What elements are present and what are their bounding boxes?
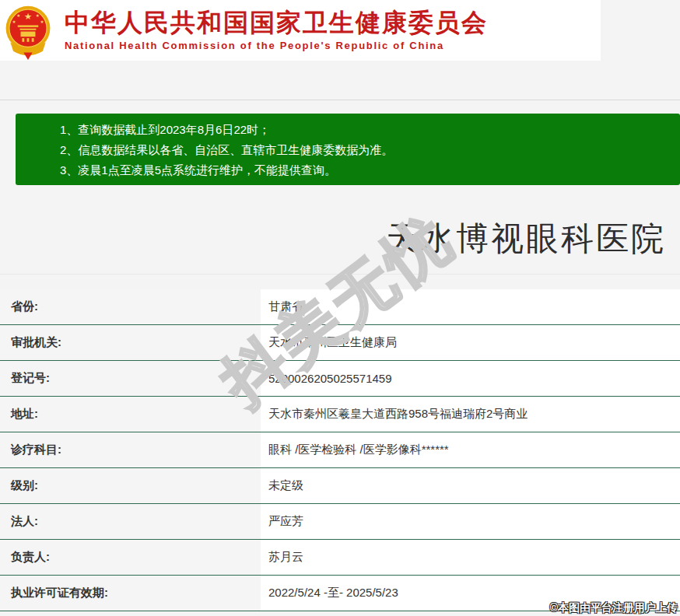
row-value: 苏月云 [261, 540, 680, 575]
site-title-english: National Health Commission of the People… [65, 40, 488, 51]
svg-text:★: ★ [24, 11, 32, 20]
row-label: 诊疗科目: [0, 432, 261, 467]
table-row-approval-authority: 审批机关: 天水市秦州区卫生健康局 [0, 325, 680, 361]
notice-banner: 1、查询数据截止到2023年8月6日22时； 2、信息数据结果以各省、自治区、直… [16, 114, 680, 185]
svg-text:★: ★ [36, 13, 40, 18]
row-value: 天水市秦州区羲皇大道西路958号福迪瑞府2号商业 [261, 397, 680, 432]
site-titles: 中华人民共和国国家卫生健康委员会 National Health Commiss… [65, 9, 488, 51]
row-value: 5200026205025571459 [261, 361, 680, 396]
hospital-name: 天水博视眼科医院 [386, 219, 666, 258]
row-value: 严应芳 [261, 504, 680, 539]
notice-line-1: 1、查询数据截止到2023年8月6日22时； [60, 120, 672, 140]
table-row-province: 省份: 甘肃省 [0, 289, 680, 325]
svg-text:★: ★ [12, 19, 16, 23]
table-row-person-in-charge: 负责人: 苏月云 [0, 540, 680, 576]
row-value: 未定级 [261, 468, 680, 503]
notice-line-3: 3、凌晨1点至凌晨5点系统进行维护，不能提供查询。 [60, 160, 672, 180]
table-row-level: 级别: 未定级 [0, 468, 680, 504]
row-label: 负责人: [0, 540, 261, 575]
table-row-registration-number: 登记号: 5200026205025571459 [0, 361, 680, 397]
table-row-departments: 诊疗科目: 眼科 /医学检验科 /医学影像科****** [0, 432, 680, 468]
row-label: 省份: [0, 289, 261, 324]
row-label: 法人: [0, 504, 261, 539]
row-value: 眼科 /医学检验科 /医学影像科****** [261, 432, 680, 467]
row-value: 天水市秦州区卫生健康局 [261, 325, 680, 360]
upload-attribution-watermark: ©本图由平台注册用户上传 [550, 601, 678, 615]
svg-text:★: ★ [16, 13, 20, 18]
row-label: 执业许可证有效期: [0, 576, 261, 611]
table-top-divider [0, 274, 680, 275]
header-divider [0, 100, 680, 100]
table-row-legal-person: 法人: 严应芳 [0, 504, 680, 540]
china-national-emblem-icon: ★ ★ ★ ★ ★ [4, 2, 52, 60]
row-label: 审批机关: [0, 325, 261, 360]
row-label: 级别: [0, 468, 261, 503]
site-title-chinese: 中华人民共和国国家卫生健康委员会 [65, 9, 488, 37]
notice-line-2: 2、信息数据结果以各省、自治区、直辖市卫生健康委数据为准。 [60, 140, 672, 160]
row-label: 地址: [0, 397, 261, 432]
row-value: 甘肃省 [261, 289, 680, 324]
site-header: ★ ★ ★ ★ ★ 中华人民共和国国家卫生健康委员会 National Heal… [0, 0, 601, 61]
detail-table: 省份: 甘肃省 审批机关: 天水市秦州区卫生健康局 登记号: 520002620… [0, 289, 680, 611]
svg-text:★: ★ [40, 19, 44, 23]
row-label: 登记号: [0, 361, 261, 396]
table-row-address: 地址: 天水市秦州区羲皇大道西路958号福迪瑞府2号商业 [0, 397, 680, 432]
